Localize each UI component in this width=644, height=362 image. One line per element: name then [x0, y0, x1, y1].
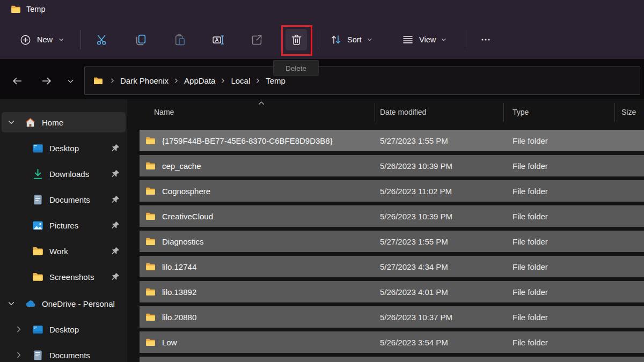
- cut-button[interactable]: [91, 29, 113, 50]
- column-resize-handle[interactable]: [503, 103, 504, 122]
- paste-icon: [173, 33, 186, 47]
- sidebar-item-desktop[interactable]: Desktop: [2, 138, 126, 158]
- sidebar-item-documents[interactable]: Documents: [2, 189, 126, 210]
- onedrive-icon: [24, 298, 36, 310]
- folder-icon: [144, 160, 157, 172]
- delete-button[interactable]: [286, 29, 307, 50]
- column-resize-handle[interactable]: [375, 103, 375, 122]
- folder-icon: [144, 186, 157, 197]
- file-name: Low: [162, 338, 177, 347]
- file-row[interactable]: lilo.127445/27/2023 4:34 PMFile folder: [140, 256, 644, 277]
- chevron-down-icon[interactable]: [7, 299, 18, 308]
- file-name: lilo.13892: [162, 287, 196, 297]
- see-more-button[interactable]: [474, 29, 497, 50]
- column-header-date-modified[interactable]: Date modified: [380, 108, 426, 116]
- expander-spacer: [14, 247, 25, 255]
- titlebar: Temp: [0, 0, 644, 20]
- breadcrumb-chevron-icon[interactable]: [109, 78, 115, 84]
- sidebar-item-desktop[interactable]: Desktop: [2, 319, 126, 339]
- downloads-icon: [32, 168, 44, 180]
- file-type: File folder: [513, 212, 548, 221]
- folder-icon: [144, 312, 157, 323]
- file-row[interactable]: cep_cache5/26/2023 10:39 PMFile folder: [140, 155, 644, 176]
- file-name: Cognosphere: [162, 187, 210, 196]
- column-resize-handle[interactable]: [614, 103, 615, 122]
- rename-button[interactable]: [207, 29, 229, 50]
- recent-locations-button[interactable]: [60, 71, 80, 91]
- expander-spacer: [14, 195, 25, 204]
- sidebar-item-documents[interactable]: Documents: [2, 345, 126, 362]
- pin-icon: [111, 247, 120, 255]
- folder-icon: [144, 337, 157, 348]
- copy-icon: [134, 33, 148, 47]
- column-header-row: Name Date modified Type Size: [127, 99, 644, 124]
- file-name: CreativeCloud: [162, 212, 213, 221]
- pin-icon: [111, 169, 120, 178]
- file-list: {1759F44B-BE77-45E6-8370-C6BFE8D9D3B8}5/…: [140, 130, 644, 362]
- sidebar-item-onedrive-personal[interactable]: OneDrive - Personal: [2, 293, 126, 314]
- breadcrumb-chevron-icon[interactable]: [173, 78, 179, 84]
- breadcrumb-segment[interactable]: Temp: [266, 76, 286, 85]
- toolbar-divider: [318, 30, 318, 49]
- sidebar-item-label: Screenshots: [49, 272, 94, 282]
- sidebar-item-downloads[interactable]: Downloads: [2, 164, 126, 184]
- pin-icon: [111, 272, 120, 281]
- file-name: lilo.12744: [162, 262, 196, 271]
- file-type: File folder: [513, 262, 548, 271]
- chevron-right-icon[interactable]: [14, 325, 25, 334]
- chevron-down-icon: [367, 36, 373, 43]
- chevron-right-icon[interactable]: [14, 351, 25, 359]
- column-header-type[interactable]: Type: [513, 108, 529, 116]
- file-row[interactable]: lilo.138925/26/2023 4:01 PMFile folder: [140, 281, 644, 302]
- file-row[interactable]: Diagnostics5/27/2023 1:55 PMFile folder: [140, 231, 644, 252]
- pin-icon: [111, 144, 120, 152]
- back-button[interactable]: [7, 71, 27, 91]
- file-row[interactable]: Low5/26/2023 3:54 PMFile folder: [140, 331, 644, 353]
- file-date-modified: 5/27/2023 4:34 PM: [380, 262, 448, 271]
- file-row[interactable]: Cognosphere5/26/2023 11:02 PMFile folder: [140, 180, 644, 202]
- sidebar-item-label: Pictures: [49, 221, 78, 230]
- chevron-down-icon[interactable]: [7, 118, 18, 127]
- toolbar-divider: [80, 30, 81, 49]
- file-date-modified: 5/27/2023 1:55 PM: [380, 136, 448, 145]
- file-row[interactable]: {1759F44B-BE77-45E6-8370-C6BFE8D9D3B8}5/…: [140, 130, 644, 151]
- file-row[interactable]: [140, 357, 644, 362]
- breadcrumb-chevron-icon[interactable]: [255, 78, 261, 84]
- sidebar-item-home[interactable]: Home: [2, 112, 126, 132]
- copy-button[interactable]: [130, 29, 151, 50]
- paste-button[interactable]: [169, 29, 190, 50]
- sidebar-item-pictures[interactable]: Pictures: [2, 215, 126, 235]
- breadcrumb-segment[interactable]: Dark Phoenix: [120, 76, 169, 85]
- sidebar-item-label: Documents: [49, 351, 90, 360]
- file-row[interactable]: CreativeCloud5/26/2023 10:39 PMFile fold…: [140, 205, 644, 227]
- toolbar-divider: [465, 30, 465, 49]
- breadcrumb-chevron-icon[interactable]: [220, 78, 226, 84]
- sidebar-item-label: Documents: [49, 195, 90, 204]
- file-name: {1759F44B-BE77-45E6-8370-C6BFE8D9D3B8}: [162, 136, 333, 145]
- file-type: File folder: [513, 313, 548, 322]
- sort-button[interactable]: Sort: [324, 29, 378, 50]
- file-date-modified: 5/27/2023 1:55 PM: [380, 237, 448, 246]
- breadcrumb-segment[interactable]: AppData: [184, 76, 215, 85]
- folder-icon: [144, 135, 157, 146]
- sidebar-item-work[interactable]: Work: [2, 241, 126, 261]
- scissors-icon: [96, 33, 109, 47]
- column-header-size[interactable]: Size: [621, 108, 636, 116]
- expander-spacer: [14, 169, 25, 178]
- expander-spacer: [14, 221, 25, 230]
- sidebar-item-screenshots[interactable]: Screenshots: [2, 267, 126, 287]
- forward-button[interactable]: [36, 71, 57, 91]
- address-bar[interactable]: Dark PhoenixAppDataLocalTemp: [84, 67, 640, 95]
- sidebar-item-label: Home: [42, 118, 63, 127]
- breadcrumb-segment[interactable]: Local: [231, 76, 250, 85]
- breadcrumb: Dark PhoenixAppDataLocalTemp: [109, 76, 286, 85]
- column-header-name[interactable]: Name: [154, 108, 174, 116]
- view-button-label: View: [419, 35, 436, 44]
- share-button[interactable]: [246, 29, 267, 50]
- file-row[interactable]: lilo.208805/26/2023 10:37 PMFile folder: [140, 306, 644, 328]
- rename-icon: [211, 33, 225, 47]
- view-button[interactable]: View: [396, 29, 452, 50]
- share-icon: [250, 33, 264, 47]
- sort-ascending-caret-icon: [257, 100, 266, 106]
- new-button[interactable]: New: [13, 28, 71, 51]
